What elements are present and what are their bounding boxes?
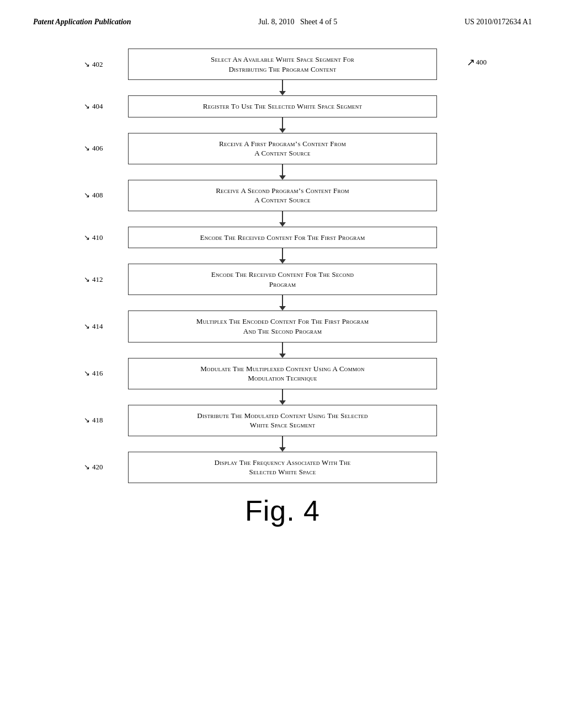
flow-item-402: ↘402Select An Available White Space Segm… [128, 49, 437, 80]
arrow-line [279, 389, 286, 405]
flow-item-410: ↘410Encode The Received Content For The … [128, 227, 437, 249]
flow-chart: ↖ 400 ↘402Select An Available White Spac… [128, 49, 437, 483]
arrow-line [279, 211, 286, 227]
arrow-line [279, 436, 286, 452]
connector-7 [128, 389, 437, 405]
connector-3 [128, 211, 437, 227]
publication-label: Patent Application Publication [33, 18, 131, 26]
flow-item-412: ↘412Encode The Received Content For The … [128, 264, 437, 295]
connector-0 [128, 80, 437, 95]
step-box-412: Encode The Received Content For The Seco… [128, 264, 437, 295]
step-box-416: Modulate The Multiplexed Content Using A… [128, 358, 437, 389]
flow-item-420: ↘420Display The Frequency Associated Wit… [128, 452, 437, 483]
step-box-406: Receive A First Program’s Content FromA … [128, 133, 437, 164]
step-box-402: Select An Available White Space Segment … [128, 49, 437, 80]
step-label-416: ↘416 [84, 369, 103, 378]
patent-number: US 2010/0172634 A1 [465, 18, 532, 26]
step-label-410: ↘410 [84, 233, 103, 242]
connector-8 [128, 436, 437, 452]
step-label-418: ↘418 [84, 416, 103, 425]
connector-1 [128, 117, 437, 133]
flow-item-406: ↘406Receive A First Program’s Content Fr… [128, 133, 437, 164]
arrow-line [279, 117, 286, 133]
arrow-line [279, 295, 286, 311]
flow-item-418: ↘418Distribute The Modulated Content Usi… [128, 405, 437, 436]
flow-item-408: ↘408Receive A Second Program’s Content F… [128, 180, 437, 211]
step-label-404: ↘404 [84, 102, 103, 111]
diagram-container: ↖ 400 ↘402Select An Available White Spac… [0, 38, 565, 505]
arrow-line [279, 80, 286, 95]
flow-item-414: ↘414Multiplex The Encoded Content For Th… [128, 311, 437, 342]
step-label-408: ↘408 [84, 191, 103, 200]
flow-item-404: ↘404Register To Use The Selected White S… [128, 95, 437, 117]
ref-400: ↖ 400 [467, 56, 487, 68]
step-box-420: Display The Frequency Associated With Th… [128, 452, 437, 483]
step-box-418: Distribute The Modulated Content Using T… [128, 405, 437, 436]
connector-2 [128, 164, 437, 180]
step-label-412: ↘412 [84, 275, 103, 284]
arrow-line [279, 342, 286, 358]
flow-item-416: ↘416Modulate The Multiplexed Content Usi… [128, 358, 437, 389]
step-box-414: Multiplex The Encoded Content For The Fi… [128, 311, 437, 342]
step-box-404: Register To Use The Selected White Space… [128, 95, 437, 117]
arrow-line [279, 248, 286, 264]
date-label: Jul. 8, 2010 Sheet 4 of 5 [258, 18, 337, 26]
connector-5 [128, 295, 437, 311]
arrow-line [279, 164, 286, 180]
connector-4 [128, 248, 437, 264]
step-label-406: ↘406 [84, 144, 103, 153]
page-header: Patent Application Publication Jul. 8, 2… [0, 0, 565, 26]
step-label-402: ↘402 [84, 60, 103, 69]
step-box-410: Encode The Received Content For The Firs… [128, 227, 437, 249]
step-box-408: Receive A Second Program’s Content FromA… [128, 180, 437, 211]
connector-6 [128, 342, 437, 358]
step-label-414: ↘414 [84, 322, 103, 331]
step-label-420: ↘420 [84, 463, 103, 472]
